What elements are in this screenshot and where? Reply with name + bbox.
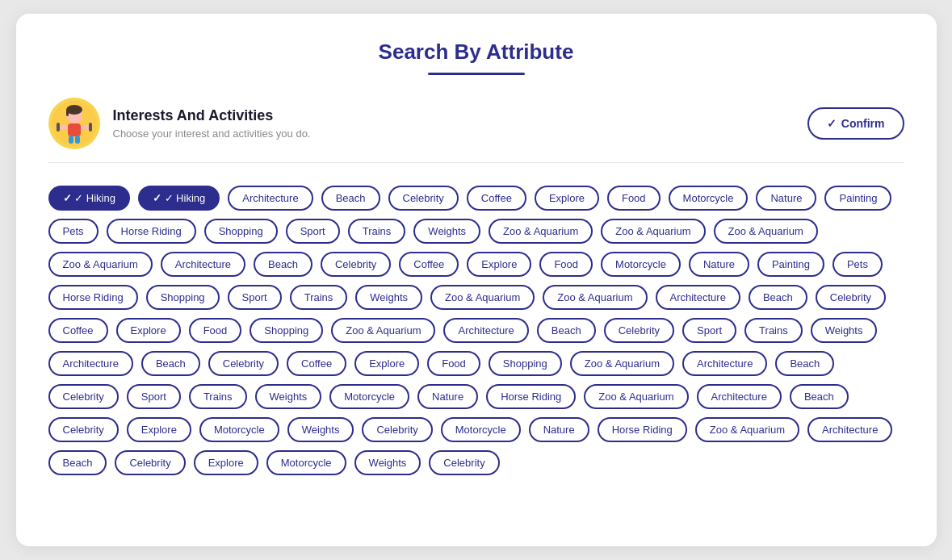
tag-item[interactable]: Sport (228, 285, 282, 310)
svg-rect-9 (69, 136, 73, 144)
tag-item[interactable]: Beach (749, 285, 807, 310)
tag-item[interactable]: Sport (682, 318, 736, 343)
tag-item[interactable]: Horse Riding (48, 285, 138, 310)
tag-item[interactable]: Celebrity (208, 351, 279, 376)
tag-item[interactable]: Architecture (48, 351, 133, 376)
tag-item[interactable]: Beach (321, 186, 380, 211)
tag-item[interactable]: Explore (354, 351, 419, 376)
tag-item[interactable]: Beach (790, 384, 849, 409)
tag-item[interactable]: Weights (413, 219, 480, 244)
tag-item[interactable]: Beach (537, 318, 596, 343)
tag-item[interactable]: Weights (355, 285, 422, 310)
tag-item[interactable]: Weights (354, 450, 421, 475)
tag-item[interactable]: Zoo & Aquarium (489, 219, 593, 244)
tag-item[interactable]: Zoo & Aquarium (570, 351, 674, 376)
tag-item[interactable]: Celebrity (816, 285, 886, 310)
tag-item[interactable]: Nature (417, 384, 478, 409)
tag-item[interactable]: Architecture (697, 384, 782, 409)
tag-item[interactable]: Trains (744, 318, 803, 343)
tag-item[interactable]: Celebrity (388, 186, 459, 211)
tag-item[interactable]: Zoo & Aquarium (331, 318, 435, 343)
tag-item[interactable]: Architecture (807, 417, 892, 442)
tag-item[interactable]: Painting (757, 252, 824, 277)
section-left: Interests And Activities Choose your int… (48, 98, 311, 149)
tag-item[interactable]: Shopping (146, 285, 220, 310)
tag-item[interactable]: Weights (287, 417, 354, 442)
tag-item[interactable]: Beach (141, 351, 200, 376)
tag-item[interactable]: Celebrity (48, 384, 119, 409)
avatar (48, 98, 100, 149)
tags-container: ✓ Hiking✓ HikingArchitectureBeachCelebri… (48, 186, 904, 475)
tag-item[interactable]: Celebrity (48, 417, 119, 442)
tag-item[interactable]: Beach (48, 450, 107, 475)
svg-rect-8 (89, 123, 92, 132)
tag-item[interactable]: Architecture (161, 252, 245, 277)
tag-item[interactable]: Motorcycle (329, 384, 409, 409)
tag-item[interactable]: Nature (529, 417, 589, 442)
tag-item[interactable]: Motorcycle (669, 186, 749, 211)
tag-item[interactable]: Coffee (48, 318, 108, 343)
tag-item[interactable]: Celebrity (321, 252, 391, 277)
tag-item[interactable]: Motorcycle (266, 450, 346, 475)
tag-item[interactable]: Weights (255, 384, 322, 409)
tag-item[interactable]: Explore (116, 318, 181, 343)
tag-item[interactable]: Zoo & Aquarium (601, 219, 705, 244)
tag-item[interactable]: Food (539, 252, 593, 277)
tag-item[interactable]: Shopping (204, 219, 278, 244)
tag-item[interactable]: Shopping (489, 351, 562, 376)
section-header: Interests And Activities Choose your int… (48, 98, 904, 163)
tag-item[interactable]: Celebrity (604, 318, 674, 343)
tag-item[interactable]: Architecture (228, 186, 312, 211)
confirm-label: Confirm (841, 117, 885, 130)
tag-item[interactable]: Explore (535, 186, 599, 211)
svg-rect-3 (66, 110, 69, 116)
tag-item[interactable]: Celebrity (362, 417, 432, 442)
title-underline (428, 73, 525, 75)
tag-item[interactable]: Shopping (250, 318, 323, 343)
tag-item[interactable]: Celebrity (115, 450, 185, 475)
tag-item[interactable]: Zoo & Aquarium (430, 285, 535, 310)
tag-item[interactable]: Zoo & Aquarium (584, 384, 688, 409)
tag-item[interactable]: ✓ Hiking (138, 186, 220, 211)
tag-item[interactable]: ✓ Hiking (48, 186, 130, 211)
section-subtitle: Choose your interest and activities you … (113, 127, 311, 140)
tag-item[interactable]: Beach (254, 252, 312, 277)
tag-item[interactable]: Architecture (656, 285, 740, 310)
tag-item[interactable]: Sport (127, 384, 181, 409)
tag-item[interactable]: Trains (348, 219, 406, 244)
tag-item[interactable]: Beach (775, 351, 834, 376)
tag-item[interactable]: Coffee (287, 351, 346, 376)
tag-item[interactable]: Weights (811, 318, 878, 343)
tag-item[interactable]: Architecture (682, 351, 767, 376)
tag-item[interactable]: Zoo & Aquarium (714, 219, 818, 244)
tag-item[interactable]: Motorcycle (441, 417, 521, 442)
confirm-button[interactable]: ✓ Confirm (807, 107, 904, 140)
tag-item[interactable]: Food (607, 186, 661, 211)
tag-item[interactable]: Motorcycle (199, 417, 279, 442)
tag-item[interactable]: Explore (127, 417, 191, 442)
tag-item[interactable]: Food (427, 351, 480, 376)
tag-item[interactable]: Horse Riding (486, 384, 576, 409)
tag-item[interactable]: Explore (467, 252, 531, 277)
tag-item[interactable]: Coffee (399, 252, 459, 277)
tag-item[interactable]: Architecture (443, 318, 528, 343)
tag-item[interactable]: Nature (756, 186, 816, 211)
tag-item[interactable]: Trains (189, 384, 247, 409)
tag-item[interactable]: Motorcycle (601, 252, 681, 277)
tag-item[interactable]: Horse Riding (107, 219, 196, 244)
tag-item[interactable]: Celebrity (429, 450, 499, 475)
tag-item[interactable]: Painting (824, 186, 891, 211)
section-title: Interests And Activities (113, 107, 311, 124)
tag-item[interactable]: Food (189, 318, 242, 343)
tag-item[interactable]: Trains (290, 285, 348, 310)
tag-item[interactable]: Nature (689, 252, 749, 277)
tag-item[interactable]: Zoo & Aquarium (695, 417, 799, 442)
tag-item[interactable]: Zoo & Aquarium (543, 285, 647, 310)
tag-item[interactable]: Explore (194, 450, 258, 475)
tag-item[interactable]: Sport (286, 219, 340, 244)
tag-item[interactable]: Coffee (467, 186, 526, 211)
tag-item[interactable]: Horse Riding (598, 417, 687, 442)
tag-item[interactable]: Pets (832, 252, 883, 277)
tag-item[interactable]: Pets (48, 219, 99, 244)
tag-item[interactable]: Zoo & Aquarium (48, 252, 153, 277)
